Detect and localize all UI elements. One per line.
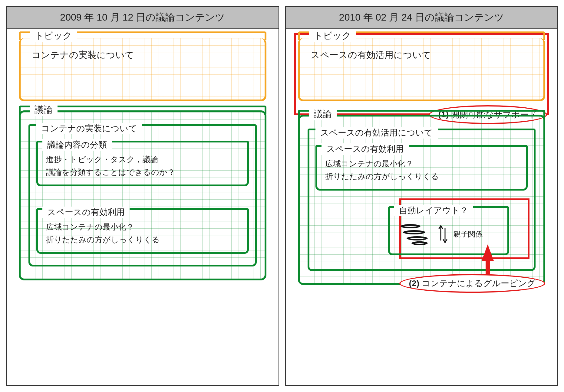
right-box2-note: 親子関係 [454, 229, 483, 239]
topic-text-left: コンテナの実装について [28, 47, 257, 92]
right-box1-line1: 広域コンテナの最小化？ [323, 158, 520, 170]
callout-2: (2) コンテナによるグルーピング [399, 274, 545, 293]
callout-2-arrow-head [482, 244, 494, 261]
topic-text-right: スペースの有効活用について [308, 47, 536, 92]
panel-right-body: トピック スペースの有効活用について (1) 開閉可能なサブボード 議論 [286, 29, 558, 297]
right-box2-label: 自動レイアウト？ [394, 205, 473, 216]
subtopic-title-left: コンテナの実装について [36, 123, 142, 134]
callout-2-arrow-stem [486, 260, 490, 276]
right-box1-line2: 折りたたみの方がしっくりくる [323, 170, 520, 183]
left-box1-label: 議論内容の分類 [42, 139, 112, 151]
topic-legend-left: トピック [19, 31, 266, 40]
discussion-legend-right: 議論 [298, 110, 546, 118]
left-box2-line2: 折りたたみの方がしっくりくる [44, 234, 241, 246]
topic-legend-right: トピック [298, 31, 546, 40]
topic-box-left: トピック コンテナの実装について [19, 38, 266, 101]
discussion-label-left: 議論 [30, 104, 58, 116]
left-box1-line2: 議論を分類することはできるのか？ [44, 166, 241, 179]
callout-2-num: (2) [409, 279, 419, 288]
subtopic-box-left: コンテナの実装について 議論内容の分類 進捗・トピック・タスク，議論 議論を分類… [28, 130, 257, 266]
left-box1-line1: 進捗・トピック・タスク，議論 [44, 153, 241, 166]
left-box2: スペースの有効利用 広域コンテナの最小化？ 折りたたみの方がしっくりくる [36, 214, 249, 254]
discussion-box-right: 議論 スペースの有効活用について スペースの有効利用 [298, 115, 546, 285]
panel-left-header: 2009 年 10 月 12 日の議論コンテンツ [7, 7, 279, 29]
right-box1-label: スペースの有効利用 [322, 143, 409, 155]
callout-2-text: コンテナによるグルーピング [422, 278, 536, 289]
topic-box-right: トピック スペースの有効活用について [298, 38, 546, 101]
panel-left: 2009 年 10 月 12 日の議論コンテンツ トピック コンテナの実装につい… [6, 6, 279, 386]
subtopic-box-right: スペースの有効活用について スペースの有効利用 広域コンテナの最小化？ 折りたた… [308, 134, 536, 271]
subtopic-title-right: スペースの有効活用について [315, 127, 438, 139]
sketch-icon: 親子関係 [396, 219, 501, 247]
left-box2-line1: 広域コンテナの最小化？ [44, 221, 241, 234]
panel-left-body: トピック コンテナの実装について 議論 コンテナの実装について [7, 29, 279, 299]
right-box1: スペースの有効利用 広域コンテナの最小化？ 折りたたみの方がしっくりくる [315, 150, 528, 191]
discussion-legend-left: 議論 [19, 106, 266, 114]
left-box2-label: スペースの有効利用 [42, 207, 130, 218]
discussion-label-right: 議論 [309, 108, 337, 120]
discussion-box-left: 議論 コンテナの実装について 議論内容の分類 [19, 110, 266, 280]
double-arrow-icon [438, 222, 448, 246]
topic-label-left: トピック [30, 30, 77, 42]
panel-right-header: 2010 年 02 月 24 日の議論コンテンツ [286, 7, 558, 29]
panel-right: 2010 年 02 月 24 日の議論コンテンツ トピック スペースの有効活用に… [285, 6, 558, 386]
left-box1: 議論内容の分類 進捗・トピック・タスク，議論 議論を分類することはできるのか？ [36, 146, 249, 186]
topic-label-right: トピック [309, 30, 356, 42]
